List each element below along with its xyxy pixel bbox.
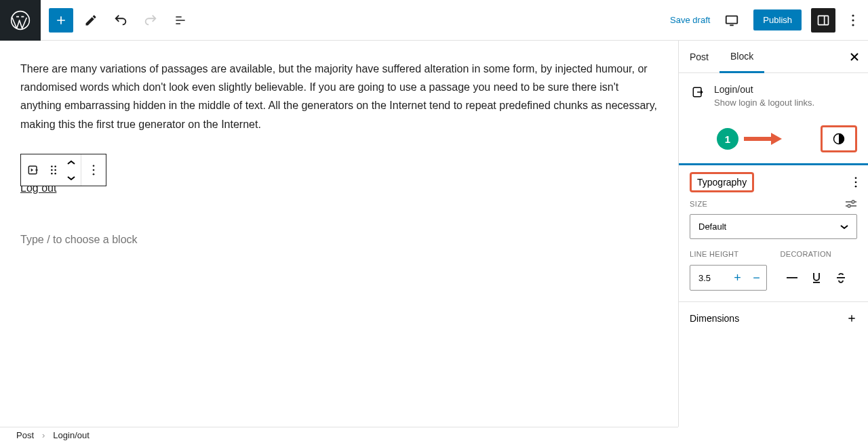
dimensions-panel[interactable]: Dimensions xyxy=(679,302,868,335)
add-block-button[interactable] xyxy=(49,8,73,33)
more-options-icon[interactable] xyxy=(845,8,861,33)
decoration-none-icon[interactable] xyxy=(781,265,804,291)
svg-point-14 xyxy=(93,169,95,171)
decoration-underline-icon[interactable] xyxy=(805,265,828,291)
svg-point-5 xyxy=(852,24,854,26)
block-type-icon[interactable] xyxy=(21,154,45,186)
plus-icon[interactable] xyxy=(846,313,857,324)
publish-button[interactable]: Publish xyxy=(753,9,802,30)
styles-tab-button[interactable] xyxy=(821,125,857,152)
editor-canvas[interactable]: There are many variations of passages ar… xyxy=(0,41,678,427)
editor-topbar: Save draft Publish xyxy=(0,0,868,41)
close-sidebar-icon[interactable] xyxy=(841,52,868,62)
block-description: Show login & logout links. xyxy=(714,98,814,108)
decoration-label: Decoration xyxy=(781,250,858,258)
svg-point-4 xyxy=(852,19,854,21)
breadcrumb-current[interactable]: Login/out xyxy=(53,430,90,440)
block-more-icon[interactable] xyxy=(81,154,106,186)
document-outline-icon[interactable] xyxy=(168,8,193,33)
line-height-label: Line Height xyxy=(690,250,767,258)
sidebar-tabs: Post Block xyxy=(679,41,868,73)
dimensions-heading: Dimensions xyxy=(690,313,739,324)
increment-icon[interactable]: + xyxy=(728,266,747,290)
edit-mode-icon[interactable] xyxy=(79,8,103,33)
svg-point-22 xyxy=(848,205,850,207)
toolbar-left xyxy=(41,8,193,33)
svg-rect-1 xyxy=(726,16,738,23)
arrow-right-icon xyxy=(743,131,783,146)
save-draft-link[interactable]: Save draft xyxy=(670,15,710,25)
block-toolbar xyxy=(20,154,106,186)
svg-point-3 xyxy=(852,14,854,16)
decrement-icon[interactable]: − xyxy=(747,266,766,290)
breadcrumb-separator: › xyxy=(42,430,45,440)
breadcrumb-footer: Post › Login/out xyxy=(0,427,678,443)
redo-icon[interactable] xyxy=(138,8,163,33)
line-height-value: 3.5 xyxy=(690,273,728,283)
svg-point-15 xyxy=(93,173,95,175)
svg-point-8 xyxy=(54,166,56,167)
move-block xyxy=(62,154,81,186)
toolbar-right: Save draft Publish xyxy=(670,8,868,33)
typography-panel: Typography Size Default Line Height xyxy=(679,165,868,302)
login-out-icon xyxy=(690,85,706,108)
settings-sidebar-toggle[interactable] xyxy=(811,8,835,33)
annotation-marker: 1 xyxy=(717,128,783,150)
breadcrumb-post[interactable]: Post xyxy=(16,430,34,440)
editor-main: There are many variations of passages ar… xyxy=(0,41,868,427)
chevron-down-icon xyxy=(840,224,848,230)
svg-point-19 xyxy=(855,182,857,184)
svg-rect-23 xyxy=(787,277,797,278)
annotation-badge: 1 xyxy=(717,128,738,150)
svg-point-20 xyxy=(855,186,857,188)
tab-post[interactable]: Post xyxy=(679,41,719,72)
svg-point-7 xyxy=(51,166,52,167)
svg-point-11 xyxy=(51,173,52,174)
svg-point-13 xyxy=(93,165,95,167)
svg-point-18 xyxy=(855,177,857,179)
tab-block[interactable]: Block xyxy=(719,41,764,73)
move-up-icon[interactable] xyxy=(62,154,81,170)
block-appender[interactable]: Type / to choose a block xyxy=(20,234,658,246)
line-height-stepper[interactable]: 3.5 + − xyxy=(690,265,767,291)
font-size-select[interactable]: Default xyxy=(690,214,857,239)
drag-handle-icon[interactable] xyxy=(45,165,62,175)
size-label: Size xyxy=(690,200,707,208)
undo-icon[interactable] xyxy=(108,8,133,33)
typography-options-icon[interactable] xyxy=(854,177,857,188)
svg-point-12 xyxy=(54,173,56,174)
font-size-value: Default xyxy=(698,222,726,232)
wordpress-logo[interactable] xyxy=(0,0,41,41)
paragraph-block[interactable]: There are many variations of passages ar… xyxy=(20,60,658,133)
typography-heading: Typography xyxy=(690,172,754,192)
preview-icon[interactable] xyxy=(719,8,744,33)
svg-rect-2 xyxy=(818,16,829,24)
settings-sidebar: Post Block Login/out Show login & logout… xyxy=(678,41,868,427)
svg-point-0 xyxy=(12,11,30,29)
svg-point-10 xyxy=(54,169,56,171)
move-down-icon[interactable] xyxy=(62,170,81,186)
size-settings-icon[interactable] xyxy=(845,199,857,209)
block-title: Login/out xyxy=(714,84,814,95)
svg-point-9 xyxy=(51,169,52,171)
decoration-strikethrough-icon[interactable] xyxy=(829,265,852,291)
style-tab-row: 1 xyxy=(679,119,868,165)
block-info: Login/out Show login & logout links. xyxy=(679,73,868,119)
svg-point-21 xyxy=(852,201,854,203)
